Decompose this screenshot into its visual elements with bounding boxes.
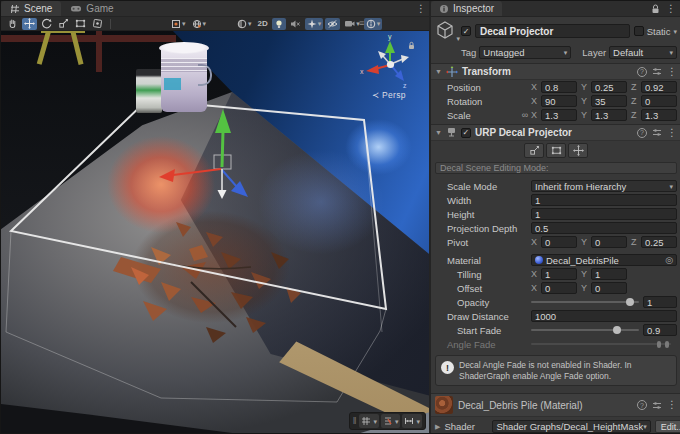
inspector-icon (439, 4, 449, 14)
scale-mode-dropdown[interactable]: Inherit from Hierarchy▾ (531, 180, 677, 192)
decal-edit-mode-buttons (431, 143, 680, 158)
opacity-row: Opacity 1 (435, 296, 677, 308)
projection-depth-field[interactable]: 0.5 (531, 222, 677, 234)
rotation-y-field[interactable]: 35 (591, 95, 627, 107)
presets-icon[interactable] (652, 67, 662, 76)
gizmos-dropdown[interactable]: ▾ (364, 18, 383, 30)
axis-z-label: z (403, 82, 407, 89)
component-enabled-checkbox[interactable]: ✓ (461, 128, 471, 138)
tag-dropdown[interactable]: Untagged▾ (479, 46, 571, 59)
projection-depth-label: Projection Depth (435, 223, 531, 234)
offset-y-field[interactable]: 0 (591, 282, 627, 294)
tilling-y-field[interactable]: 1 (591, 268, 627, 280)
scale-z-field[interactable]: 1.3 (641, 109, 677, 121)
foldout-icon[interactable]: ▼ (435, 129, 442, 136)
warning-icon: ! (441, 361, 454, 374)
shader-edit-button[interactable]: Edit... (655, 420, 680, 433)
scene-menu-button[interactable]: ⋮ (413, 1, 429, 16)
help-icon[interactable]: ? (637, 128, 647, 138)
rotation-x-field[interactable]: 90 (541, 95, 577, 107)
opacity-field[interactable]: 1 (643, 296, 677, 308)
tab-inspector[interactable]: Inspector (431, 1, 502, 16)
pivot-label: Pivot (435, 237, 531, 248)
gameobject-icon[interactable]: ▾ (435, 20, 457, 42)
foldout-icon[interactable]: ▶ (435, 423, 440, 431)
pivot-y-field[interactable]: 0 (591, 236, 627, 248)
decal-scale-edit-button[interactable] (524, 143, 544, 158)
draw-distance-row: Draw Distance 1000 (435, 310, 677, 322)
effects-dropdown[interactable]: ▾ (305, 18, 324, 30)
component-menu-icon[interactable]: ⋮ (667, 128, 677, 138)
offset-x-field[interactable]: 0 (541, 282, 577, 294)
static-dropdown-icon[interactable]: ▾ (673, 28, 677, 35)
inspector-menu-button[interactable]: ⋮ (666, 4, 676, 14)
height-field[interactable]: 1 (531, 208, 677, 220)
material-object-field[interactable]: Decal_DebrisPile ◎ (531, 254, 677, 266)
transform-component-icon (446, 66, 458, 78)
width-field[interactable]: 1 (531, 194, 677, 206)
shader-dropdown[interactable]: Shader Graphs/Decal_HeightMask▾ (492, 420, 650, 433)
transform-header[interactable]: ▼ Transform ? ⋮ (431, 63, 680, 80)
2d-mode-button[interactable]: 2D (256, 18, 270, 30)
transform-tool-button[interactable] (90, 18, 105, 30)
move-tool-button[interactable] (22, 18, 37, 30)
decal-crop-edit-button[interactable] (546, 143, 566, 158)
perspective-label[interactable]: ≺ Persp (372, 90, 406, 100)
audio-toggle[interactable] (288, 18, 303, 30)
gameobject-name-field[interactable]: Decal Projector (475, 24, 630, 38)
material-asset-header[interactable]: Decal_Debris Pile (Material) ? ⋮ (431, 393, 680, 417)
lock-icon[interactable] (651, 4, 660, 14)
snap-increment-dropdown[interactable]: ▾ (381, 414, 401, 428)
pivot-x-field[interactable]: 0 (541, 236, 577, 248)
position-y-field[interactable]: 0.25 (591, 81, 627, 93)
scale-tool-button[interactable] (56, 18, 71, 30)
grid-visual-dropdown[interactable]: ▾ (359, 414, 379, 428)
presets-icon[interactable] (652, 401, 662, 410)
rect-tool-button[interactable] (73, 18, 88, 30)
rotation-z-field[interactable]: 0 (641, 95, 677, 107)
opacity-slider[interactable] (531, 296, 639, 308)
grid-size-dropdown[interactable]: ▾ (402, 414, 422, 428)
tab-scene[interactable]: Scene (1, 1, 61, 16)
active-checkbox[interactable]: ✓ (461, 26, 471, 36)
globe-icon (192, 19, 202, 29)
rotate-tool-button[interactable] (39, 18, 54, 30)
component-menu-icon[interactable]: ⋮ (667, 67, 677, 77)
tab-inspector-label: Inspector (453, 3, 494, 14)
overlay-handle-icon[interactable]: ≡ (359, 18, 364, 28)
orientation-dropdown[interactable]: ▾ (190, 18, 209, 30)
layer-dropdown[interactable]: Default▾ (609, 46, 677, 59)
decal-projector-header[interactable]: ▼ ✓ URP Decal Projector ? ⋮ (431, 124, 680, 141)
draw-mode-dropdown[interactable]: ▾ (235, 18, 254, 30)
start-fade-field[interactable]: 0.9 (643, 324, 677, 336)
link-scale-icon[interactable]: ∞ (519, 110, 531, 120)
scene-visibility-toggle[interactable] (325, 18, 340, 30)
pivot-z-field[interactable]: 0.25 (641, 236, 677, 248)
pivot-mode-dropdown[interactable]: ▾ (169, 18, 188, 30)
tab-scene-label: Scene (24, 3, 52, 14)
static-checkbox[interactable] (634, 26, 644, 36)
opacity-label: Opacity (435, 297, 531, 308)
decal-pivot-edit-button[interactable] (568, 143, 588, 158)
pan-tool-button[interactable] (5, 18, 20, 30)
position-x-field[interactable]: 0.8 (541, 81, 577, 93)
material-row: Material Decal_DebrisPile ◎ (435, 254, 677, 266)
foldout-icon[interactable]: ▼ (435, 68, 442, 75)
height-row: Height 1 (435, 208, 677, 220)
component-menu-icon[interactable]: ⋮ (667, 400, 677, 410)
position-z-field[interactable]: 0.92 (641, 81, 677, 93)
scale-x-field[interactable]: 1.3 (541, 109, 577, 121)
tab-game[interactable]: Game (61, 1, 122, 16)
transform-icon (92, 18, 103, 29)
help-icon[interactable]: ? (637, 400, 647, 410)
tilling-x-field[interactable]: 1 (541, 268, 577, 280)
presets-icon[interactable] (652, 128, 662, 137)
object-picker-icon[interactable]: ◎ (665, 255, 673, 265)
start-fade-slider[interactable] (531, 324, 639, 336)
scene-viewport[interactable]: ▾ ▾ ▾ 2D ▾ ▾ ▾ ≡ y (1, 17, 429, 433)
draw-distance-field[interactable]: 1000 (531, 310, 677, 322)
toolbar-grip-icon[interactable]: ‖ (353, 416, 357, 426)
scale-y-field[interactable]: 1.3 (591, 109, 627, 121)
help-icon[interactable]: ? (637, 67, 647, 77)
lighting-toggle[interactable] (272, 18, 286, 30)
